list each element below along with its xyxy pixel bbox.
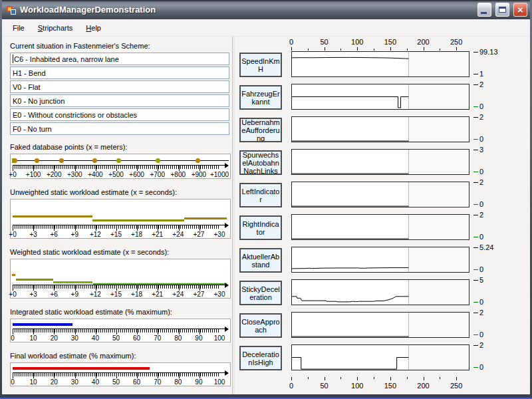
tick-dash-icon bbox=[473, 215, 478, 215]
situation-field-f[interactable]: F0 - No turn bbox=[10, 122, 229, 135]
tick-dash-icon bbox=[473, 334, 478, 335]
axis-tick-label: +1000 bbox=[210, 171, 229, 178]
major-tick bbox=[456, 377, 457, 380]
minor-tick bbox=[374, 377, 374, 379]
database-point-dot bbox=[59, 158, 64, 163]
database-point-dot bbox=[13, 158, 17, 163]
situation-field-v[interactable]: V0 - Flat bbox=[10, 80, 229, 93]
situation-field-e[interactable]: E0 - Without constrictions or obstacles bbox=[10, 108, 229, 121]
axis-tick-label: +18 bbox=[131, 231, 142, 238]
tick-dash-icon bbox=[473, 117, 478, 118]
stripchart-label: RightIndicator bbox=[239, 215, 282, 240]
menu-file[interactable]: File bbox=[6, 21, 31, 35]
axis-tick-label: 20 bbox=[51, 334, 58, 342]
y-min-label: 1 bbox=[473, 70, 483, 78]
menu-stripcharts[interactable]: Stripcharts bbox=[31, 21, 80, 35]
signal-name: SpurwechselAutobahnNachLinks bbox=[241, 151, 280, 175]
stripchart-row: UebernahmeAufforderung 2 0 bbox=[239, 116, 530, 149]
signal-name: AktuellerAbstand bbox=[241, 253, 280, 269]
database-point-dot bbox=[156, 158, 160, 163]
maximize-button[interactable] bbox=[495, 3, 509, 17]
signal-name: DecelerationIsHigh bbox=[241, 350, 280, 366]
menu-help[interactable]: Help bbox=[79, 21, 108, 35]
minor-tick bbox=[308, 49, 309, 51]
axis-tick-label: 80 bbox=[174, 334, 182, 342]
workload-segment bbox=[13, 215, 92, 217]
stripchart-label: StickyDeceleration bbox=[239, 281, 282, 305]
title-bar: WorkloadManagerDemonstration × bbox=[2, 0, 530, 19]
tick-dash-icon bbox=[473, 345, 478, 346]
axis-tick-label: 70 bbox=[154, 378, 161, 386]
tick-dash-icon bbox=[473, 204, 478, 205]
integrated-plot bbox=[12, 321, 229, 329]
axis-tick-label: +24 bbox=[172, 291, 184, 298]
y-max-label: 5.24 bbox=[473, 243, 493, 251]
tick-dash-icon bbox=[473, 247, 478, 248]
database-point-dot bbox=[35, 158, 39, 163]
stripchart-row: CloseApproach 2 0 bbox=[239, 312, 530, 344]
tick-dash-icon bbox=[473, 237, 478, 237]
y-max-label: 99.13 bbox=[473, 48, 498, 56]
y-max-label: 5 bbox=[473, 276, 483, 284]
axis-tick-label: +15 bbox=[110, 231, 122, 238]
major-tick bbox=[291, 47, 292, 51]
y-min-label: 0 bbox=[473, 135, 483, 143]
close-icon: × bbox=[517, 5, 523, 15]
stripchart-label: SpeedInKmH bbox=[239, 53, 282, 77]
signal-name: StickyDeceleration bbox=[241, 285, 280, 301]
major-tick bbox=[325, 377, 325, 380]
percent-axis: 0102030405060708090100 bbox=[13, 329, 228, 341]
axis-tick-label: +12 bbox=[90, 291, 101, 298]
y-min-label: 0 bbox=[473, 102, 483, 110]
workload-bar bbox=[13, 323, 72, 326]
situation-field-h[interactable]: H1 - Bend bbox=[10, 66, 229, 79]
axis-tick-label: 0 bbox=[11, 334, 15, 342]
axis-tick-label: +200 bbox=[47, 171, 62, 178]
meters-axis: +0+100+200+300+400+500+600+700+800+900+1… bbox=[13, 165, 228, 178]
minimize-button[interactable] bbox=[477, 3, 491, 17]
y-min-label: 0 bbox=[473, 331, 483, 338]
left-panel: Current situation in Fastenmeier's Schem… bbox=[2, 37, 232, 394]
axis-tick-label: 100 bbox=[214, 378, 225, 386]
tick-dash-icon bbox=[473, 367, 478, 368]
situation-field-k[interactable]: K0 - No junction bbox=[10, 94, 229, 107]
signal-name: UebernahmeAufforderung bbox=[241, 118, 280, 142]
faked-points-label: Faked database points (x = meters): bbox=[10, 143, 232, 152]
weighted-plot bbox=[12, 261, 229, 285]
minor-tick bbox=[340, 49, 341, 51]
minor-tick bbox=[407, 377, 408, 379]
axis-tick-label: 100 bbox=[214, 334, 225, 342]
axis-tick-label: +700 bbox=[150, 171, 165, 178]
axis-arrow-icon bbox=[225, 327, 229, 332]
axis-tick-label: +12 bbox=[90, 231, 101, 238]
axis-tick-label: +27 bbox=[193, 291, 204, 298]
axis-tick-label: +0 bbox=[9, 171, 16, 178]
stripchart-row: SpeedInKmH 99.13 1 bbox=[239, 51, 530, 84]
weighted-chart: +0+3+6+9+12+15+18+21+24+27+30 bbox=[10, 259, 231, 299]
minor-tick bbox=[440, 49, 440, 51]
y-max-label: 2 bbox=[473, 341, 483, 349]
y-max-label: 3 bbox=[473, 146, 483, 154]
y-min-label: 0 bbox=[473, 233, 483, 241]
bar-layer bbox=[13, 364, 220, 372]
stripchart-label: CloseApproach bbox=[239, 313, 282, 338]
y-min-label: 0 bbox=[473, 200, 483, 208]
situation-field-c[interactable]: C6 - Inhabited area, narrow lane bbox=[10, 53, 229, 65]
stripchart-row: AktuellerAbstand 5.24 0 bbox=[239, 247, 530, 279]
unweighted-plot bbox=[12, 201, 229, 225]
signal-name: RightIndicator bbox=[241, 220, 280, 236]
database-point-dot bbox=[196, 158, 200, 163]
axis-tick-label: +100 bbox=[26, 171, 41, 178]
tick-dash-icon bbox=[473, 269, 478, 270]
percent-axis: 0102030405060708090100 bbox=[13, 372, 228, 385]
axis-tick-label: +300 bbox=[67, 171, 82, 178]
database-point-dot bbox=[116, 158, 121, 163]
stripchart-row: DecelerationIsHigh 2 0 bbox=[239, 344, 530, 377]
app-icon bbox=[6, 5, 17, 15]
time-tick-label: 100 bbox=[351, 38, 363, 46]
integrated-label: Integrated static workload estimate (% m… bbox=[10, 308, 232, 317]
close-button[interactable]: × bbox=[513, 3, 527, 17]
stripchart-rows: SpeedInKmH 99.13 1 FahrzeugErkannt 2 0 U… bbox=[239, 51, 530, 377]
stripchart-label: DecelerationIsHigh bbox=[239, 346, 282, 370]
window-title: WorkloadManagerDemonstration bbox=[20, 5, 473, 15]
